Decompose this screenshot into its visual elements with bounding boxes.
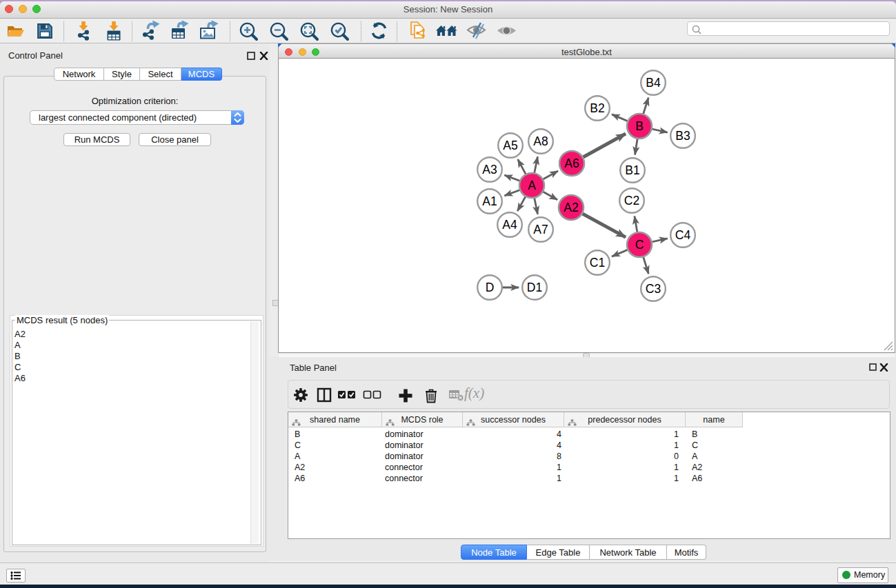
svg-text:A2: A2 xyxy=(564,201,578,214)
svg-text:C2: C2 xyxy=(624,194,639,207)
svg-text:B3: B3 xyxy=(675,129,690,143)
svg-text:C1: C1 xyxy=(590,256,605,270)
svg-text:B4: B4 xyxy=(646,76,661,90)
svg-text:C: C xyxy=(635,238,644,252)
svg-text:C4: C4 xyxy=(675,228,691,242)
svg-text:A3: A3 xyxy=(482,163,497,176)
svg-text:B: B xyxy=(635,119,644,133)
svg-text:D: D xyxy=(486,281,495,294)
svg-text:B1: B1 xyxy=(625,163,639,177)
svg-text:D1: D1 xyxy=(527,281,542,294)
svg-text:C3: C3 xyxy=(646,282,661,296)
svg-text:A7: A7 xyxy=(533,223,548,236)
svg-text:A: A xyxy=(528,179,536,192)
svg-text:B2: B2 xyxy=(590,101,604,115)
svg-text:A5: A5 xyxy=(503,139,517,152)
svg-text:A6: A6 xyxy=(564,156,579,170)
svg-text:A1: A1 xyxy=(482,194,497,208)
svg-text:A8: A8 xyxy=(533,134,548,148)
svg-text:A4: A4 xyxy=(502,218,517,232)
